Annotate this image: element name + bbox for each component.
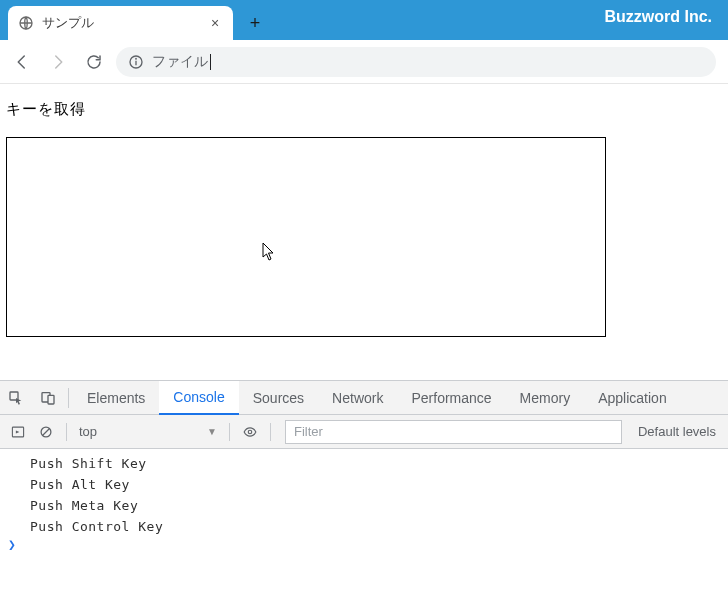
tab-network[interactable]: Network [318,381,397,415]
console-log-line: Push Control Key [0,516,728,537]
tab-elements[interactable]: Elements [73,381,159,415]
console-toolbar: top ▼ Filter Default levels [0,415,728,449]
separator [66,423,67,441]
sidebar-toggle-icon[interactable] [4,418,32,446]
clear-console-icon[interactable] [32,418,60,446]
page-viewport: キーを取得 [0,84,728,380]
browser-tab-strip: サンプル × + Buzzword Inc. [0,0,728,40]
separator [68,388,69,408]
back-button[interactable] [8,48,36,76]
tab-performance[interactable]: Performance [397,381,505,415]
filter-placeholder: Filter [294,424,323,439]
console-log-line: Push Meta Key [0,495,728,516]
tab-memory[interactable]: Memory [506,381,585,415]
inspect-icon[interactable] [0,381,32,415]
svg-rect-6 [48,395,54,404]
browser-tab-active[interactable]: サンプル × [8,6,233,40]
context-label: top [79,424,97,439]
console-log-line: Push Shift Key [0,453,728,474]
text-caret [210,54,211,70]
tab-console[interactable]: Console [159,381,238,415]
svg-point-11 [248,430,252,434]
svg-line-10 [43,428,50,435]
svg-point-3 [136,58,137,59]
devtools-panel: Elements Console Sources Network Perform… [0,380,728,600]
devtools-tab-bar: Elements Console Sources Network Perform… [0,381,728,415]
brand-label: Buzzword Inc. [604,8,712,26]
url-scheme-label: ファイル [152,53,208,71]
console-output[interactable]: Push Shift Key Push Alt Key Push Meta Ke… [0,449,728,600]
separator [270,423,271,441]
tab-application[interactable]: Application [584,381,681,415]
tab-sources[interactable]: Sources [239,381,318,415]
live-expression-icon[interactable] [236,418,264,446]
reload-button[interactable] [80,48,108,76]
device-toggle-icon[interactable] [32,381,64,415]
execution-context-select[interactable]: top ▼ [73,420,223,444]
info-icon [128,54,144,70]
cursor-icon [262,242,278,262]
forward-button[interactable] [44,48,72,76]
close-icon[interactable]: × [207,15,223,31]
chevron-down-icon: ▼ [207,426,217,437]
console-filter-input[interactable]: Filter [285,420,622,444]
separator [229,423,230,441]
page-heading: キーを取得 [6,100,722,119]
svg-marker-8 [16,430,20,433]
key-capture-textarea[interactable] [6,137,606,337]
address-bar-row: ファイル [0,40,728,84]
tab-title: サンプル [42,15,207,32]
console-prompt[interactable]: ❯ [0,537,728,552]
address-bar[interactable]: ファイル [116,47,716,77]
log-levels-select[interactable]: Default levels [630,424,724,439]
globe-icon [18,15,34,31]
console-log-line: Push Alt Key [0,474,728,495]
new-tab-button[interactable]: + [241,9,269,37]
